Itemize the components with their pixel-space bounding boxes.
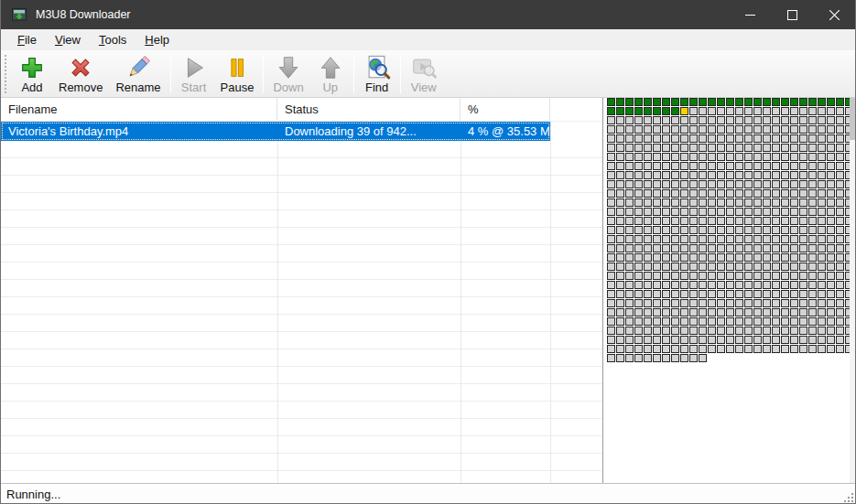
segment-cell — [634, 116, 643, 124]
segment-cell — [653, 317, 661, 326]
segment-cell — [808, 180, 817, 188]
segment-cell — [671, 116, 679, 124]
segment-cell — [772, 281, 780, 289]
menu-file[interactable]: File — [8, 31, 46, 48]
maximize-button[interactable] — [771, 0, 813, 29]
segment-cell — [699, 144, 707, 152]
menu-tools[interactable]: Tools — [90, 31, 135, 48]
segment-cell — [708, 125, 716, 134]
segment-cell — [644, 253, 652, 262]
segment-cell — [726, 107, 734, 115]
segment-cell — [634, 134, 643, 143]
segment-cell — [708, 272, 716, 280]
segment-cell — [680, 171, 688, 179]
segment-cell — [680, 198, 688, 207]
segment-cell — [772, 189, 780, 198]
segment-cell — [808, 198, 817, 207]
segment-cell — [662, 345, 670, 353]
segment-cell — [726, 336, 734, 344]
segment-cell — [607, 263, 615, 271]
segment-cell — [616, 263, 624, 271]
segment-cell — [607, 272, 615, 280]
segment-cell — [753, 345, 762, 353]
segment-cell — [790, 281, 798, 289]
segment-cell — [634, 208, 643, 216]
segment-cell — [616, 327, 624, 335]
segment-cell — [717, 299, 725, 307]
segment-cell — [607, 144, 615, 152]
segment-cell — [781, 208, 789, 216]
segment-cell — [744, 153, 753, 161]
segment-cell — [680, 235, 688, 243]
column-header-percent[interactable]: % — [461, 98, 550, 121]
segment-cell — [753, 327, 762, 335]
segment-cell — [818, 336, 826, 344]
segment-cell — [781, 336, 789, 344]
segment-cell — [689, 162, 698, 170]
column-header-filename[interactable]: Filename — [1, 98, 277, 121]
segment-cell — [808, 189, 817, 198]
add-button[interactable]: Add — [12, 53, 52, 95]
download-list[interactable]: Filename Status % Victoria's Birthday.mp… — [1, 98, 603, 483]
segment-cell — [753, 198, 762, 207]
segment-grid — [607, 98, 854, 363]
segment-cell — [625, 290, 634, 298]
segment-cell — [772, 125, 780, 134]
segment-cell — [689, 299, 698, 307]
segment-cell — [799, 263, 807, 271]
segment-cell — [662, 134, 670, 143]
resize-grip-icon[interactable] — [841, 490, 853, 502]
segment-cell — [818, 226, 826, 234]
segment-cell — [763, 290, 771, 298]
segment-cell — [616, 317, 624, 326]
pause-button[interactable]: Pause — [214, 53, 261, 95]
segment-cell — [634, 171, 643, 179]
segment-cell — [653, 98, 661, 106]
segment-cell — [781, 217, 789, 225]
segment-cell — [836, 198, 844, 207]
segment-cell — [735, 244, 743, 252]
table-row[interactable]: Victoria's Birthday.mp4 Downloading 39 o… — [1, 122, 550, 141]
menu-view[interactable]: View — [46, 31, 90, 48]
segment-cell — [827, 144, 835, 152]
segment-cell — [818, 134, 826, 143]
segment-cell — [763, 125, 771, 134]
segment-cell — [753, 336, 762, 344]
segment-cell — [790, 162, 798, 170]
find-button[interactable]: Find — [357, 53, 397, 95]
menu-help[interactable]: Help — [135, 31, 179, 48]
segment-cell — [607, 217, 615, 225]
segment-cell — [799, 208, 807, 216]
segment-cell — [699, 198, 707, 207]
segment-cell — [790, 98, 798, 106]
toolbar-grip[interactable] — [5, 55, 8, 93]
segment-cell — [616, 153, 624, 161]
segment-cell — [763, 217, 771, 225]
rename-button[interactable]: Rename — [109, 53, 167, 95]
segment-cell — [735, 162, 743, 170]
segment-cell — [836, 162, 844, 170]
segment-cell — [763, 171, 771, 179]
segment-cell — [653, 354, 661, 362]
segment-cell — [735, 208, 743, 216]
segment-cell — [808, 336, 817, 344]
segment-scrollbar[interactable] — [850, 98, 855, 483]
segment-cell — [772, 171, 780, 179]
segment-cell — [790, 144, 798, 152]
scrollbar-thumb[interactable] — [850, 98, 855, 140]
segment-cell — [726, 217, 734, 225]
column-header-status[interactable]: Status — [277, 98, 461, 121]
segment-cell — [781, 299, 789, 307]
minimize-button[interactable] — [729, 0, 771, 29]
segment-cell — [671, 299, 679, 307]
remove-button[interactable]: Remove — [52, 53, 109, 95]
segment-cell — [699, 308, 707, 316]
segment-cell — [836, 272, 844, 280]
segment-cell — [680, 98, 688, 106]
segment-cell — [662, 281, 670, 289]
segment-cell — [799, 125, 807, 134]
close-button[interactable] — [813, 0, 855, 29]
segment-cell — [662, 189, 670, 198]
segment-cell — [717, 253, 725, 262]
segment-cell — [799, 272, 807, 280]
